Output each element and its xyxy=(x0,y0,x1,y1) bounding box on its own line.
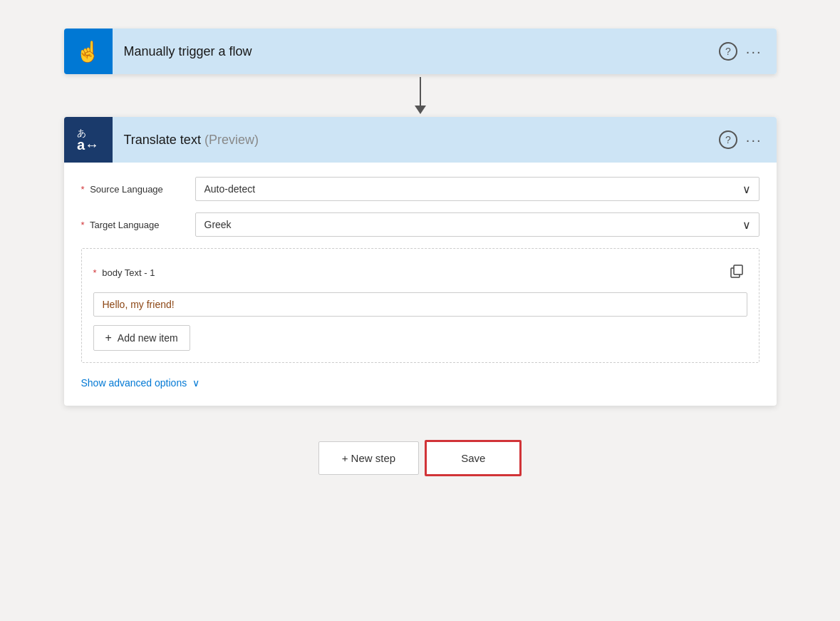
advanced-options-row: Show advanced options ∨ xyxy=(81,371,759,391)
translate-card-actions: ? ··· xyxy=(719,130,777,149)
source-language-label: * Source Language xyxy=(81,184,195,195)
required-star-2: * xyxy=(81,220,85,230)
trigger-icon: ☝ xyxy=(64,29,113,74)
plus-icon: + xyxy=(105,332,112,344)
translate-card: あ a↔ Translate text (Preview) ? ··· xyxy=(64,117,777,406)
show-advanced-options-button[interactable]: Show advanced options xyxy=(81,377,187,389)
svg-rect-1 xyxy=(734,265,742,274)
add-item-label: Add new item xyxy=(118,332,178,344)
body-text-input[interactable] xyxy=(93,292,747,317)
trigger-more-icon[interactable]: ··· xyxy=(746,43,762,60)
translate-card-header: あ a↔ Translate text (Preview) ? ··· xyxy=(64,117,777,163)
target-language-control: Greek English Spanish French German ∨ xyxy=(195,212,759,237)
source-language-select[interactable]: Auto-detect English Spanish French Germa… xyxy=(195,177,759,201)
arrow-connector xyxy=(415,74,426,117)
preview-tag: (Preview) xyxy=(204,133,259,147)
copy-icon-button[interactable] xyxy=(726,260,747,285)
target-language-row: * Target Language Greek English Spanish … xyxy=(81,212,759,237)
trigger-card-header: ☝ Manually trigger a flow ? ··· xyxy=(64,29,777,74)
advanced-options-chevron: ∨ xyxy=(192,377,199,389)
translate-more-icon[interactable]: ··· xyxy=(746,132,762,148)
required-star: * xyxy=(81,184,85,195)
target-language-select[interactable]: Greek English Spanish French German xyxy=(195,212,759,237)
body-text-section: * body Text - 1 + Add new item xyxy=(81,248,759,363)
save-button[interactable]: Save xyxy=(425,440,522,476)
trigger-card-actions: ? ··· xyxy=(719,42,777,61)
arrow-line xyxy=(420,77,421,106)
translate-icon: あ a↔ xyxy=(64,117,113,163)
trigger-title: Manually trigger a flow xyxy=(113,44,719,59)
bottom-actions: + New step Save xyxy=(318,440,522,476)
source-language-row: * Source Language Auto-detect English Sp… xyxy=(81,177,759,201)
trigger-help-icon[interactable]: ? xyxy=(719,42,737,61)
translate-card-body: * Source Language Auto-detect English Sp… xyxy=(64,163,777,406)
new-step-button[interactable]: + New step xyxy=(318,441,419,475)
source-language-control: Auto-detect English Spanish French Germa… xyxy=(195,177,759,201)
translate-help-icon[interactable]: ? xyxy=(719,130,737,149)
translate-title: Translate text (Preview) xyxy=(113,133,719,148)
flow-canvas: ☝ Manually trigger a flow ? ··· あ a↔ xyxy=(64,29,777,476)
body-text-label: * body Text - 1 xyxy=(93,267,155,278)
add-new-item-button[interactable]: + Add new item xyxy=(93,325,190,351)
trigger-card: ☝ Manually trigger a flow ? ··· xyxy=(64,29,777,74)
body-text-header: * body Text - 1 xyxy=(93,260,747,285)
arrow-head xyxy=(415,106,426,114)
required-star-3: * xyxy=(93,267,97,278)
target-language-label: * Target Language xyxy=(81,220,195,230)
